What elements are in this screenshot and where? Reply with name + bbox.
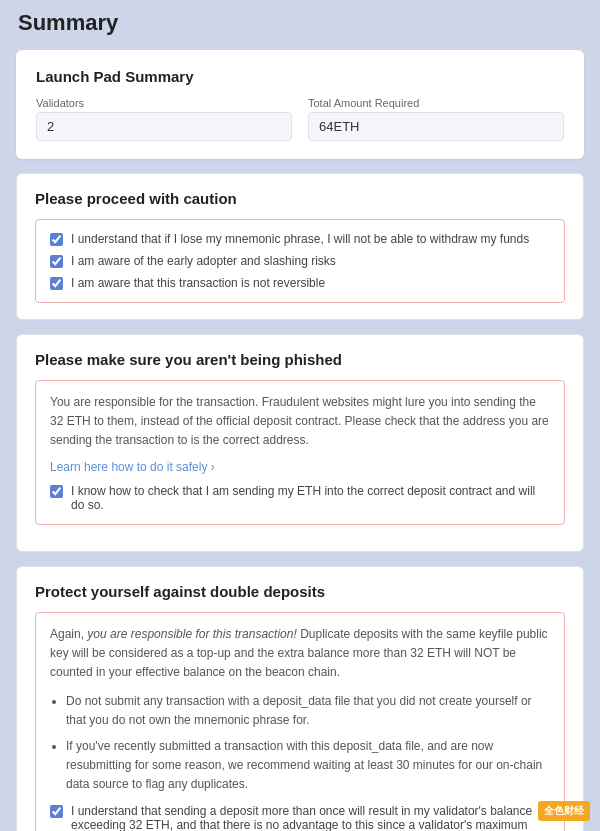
double-deposit-title: Protect yourself against double deposits — [35, 583, 565, 600]
double-deposit-bullet-2: If you've recently submitted a transacti… — [66, 737, 550, 795]
phishing-title: Please make sure you aren't being phishe… — [35, 351, 565, 368]
caution-check-2[interactable] — [50, 255, 63, 268]
validators-value: 2 — [36, 112, 292, 141]
total-amount-field: Total Amount Required 64ETH — [308, 97, 564, 141]
caution-section: I understand that if I lose my mnemonic … — [35, 219, 565, 303]
caution-checkbox-1: I understand that if I lose my mnemonic … — [50, 232, 550, 246]
double-deposit-section: Again, you are responsible for this tran… — [35, 612, 565, 831]
phishing-warning-text: You are responsible for the transaction.… — [50, 393, 550, 451]
phishing-check[interactable] — [50, 485, 63, 498]
learn-link[interactable]: Learn here how to do it safely › — [50, 460, 215, 474]
validators-label: Validators — [36, 97, 292, 109]
double-deposit-bullets: Do not submit any transaction with a dep… — [50, 692, 550, 794]
double-deposit-check-label: I understand that sending a deposit more… — [71, 804, 550, 831]
total-amount-value: 64ETH — [308, 112, 564, 141]
caution-check-3-label: I am aware that this transaction is not … — [71, 276, 325, 290]
page-title: Summary — [16, 10, 584, 36]
caution-checkbox-2: I am aware of the early adopter and slas… — [50, 254, 550, 268]
double-deposit-intro: Again, you are responsible for this tran… — [50, 625, 550, 683]
phishing-section: You are responsible for the transaction.… — [35, 380, 565, 525]
double-deposit-bullet-1: Do not submit any transaction with a dep… — [66, 692, 550, 730]
launchpad-summary-card: Launch Pad Summary Validators 2 Total Am… — [16, 50, 584, 159]
caution-check-1[interactable] — [50, 233, 63, 246]
validators-field: Validators 2 — [36, 97, 292, 141]
double-deposit-card: Protect yourself against double deposits… — [16, 566, 584, 831]
double-deposit-checkbox: I understand that sending a deposit more… — [50, 804, 550, 831]
launchpad-title: Launch Pad Summary — [36, 68, 564, 85]
phishing-check-label: I know how to check that I am sending my… — [71, 484, 550, 512]
phishing-checkbox: I know how to check that I am sending my… — [50, 484, 550, 512]
caution-check-3[interactable] — [50, 277, 63, 290]
watermark: 全色财经 — [538, 801, 590, 821]
phishing-card: Please make sure you aren't being phishe… — [16, 334, 584, 552]
caution-title: Please proceed with caution — [35, 190, 565, 207]
caution-checkbox-3: I am aware that this transaction is not … — [50, 276, 550, 290]
total-amount-label: Total Amount Required — [308, 97, 564, 109]
double-deposit-check[interactable] — [50, 805, 63, 818]
caution-check-2-label: I am aware of the early adopter and slas… — [71, 254, 336, 268]
caution-check-1-label: I understand that if I lose my mnemonic … — [71, 232, 529, 246]
caution-card: Please proceed with caution I understand… — [16, 173, 584, 320]
